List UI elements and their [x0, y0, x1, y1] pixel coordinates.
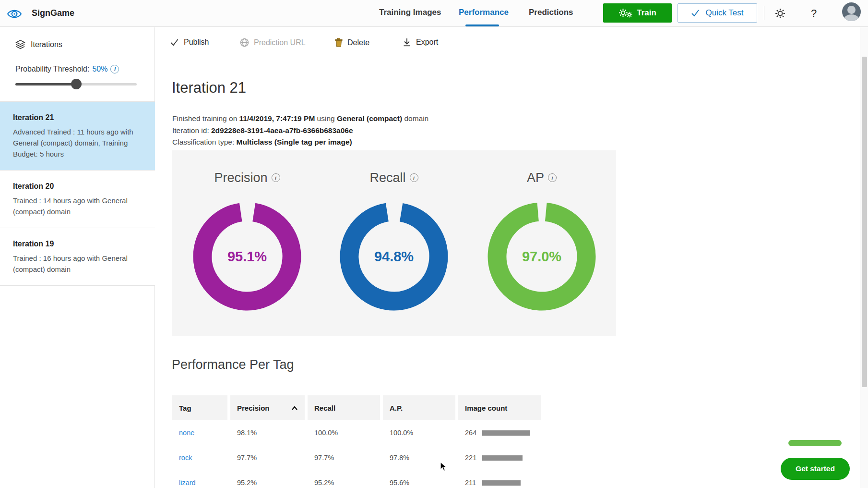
tab-training-images[interactable]: Training Images	[379, 8, 441, 17]
quick-test-label: Quick Test	[705, 8, 743, 18]
recall-cell: 100.0%	[308, 420, 380, 445]
app-logo-eye-icon[interactable]	[7, 8, 22, 20]
recall-donut-chart: Recall i 94.8%	[339, 170, 449, 186]
image-count-value: 221	[465, 454, 478, 462]
table-row: none 98.1% 100.0% 100.0% 264	[172, 420, 541, 445]
iteration-item-21[interactable]: Iteration 21 Advanced Trained : 11 hours…	[0, 101, 155, 170]
quick-test-button[interactable]: Quick Test	[678, 3, 757, 23]
precision-donut-chart: Precision i 95.1%	[192, 170, 302, 186]
train-gears-icon	[618, 8, 632, 18]
prediction-url-button[interactable]: Prediction URL	[240, 38, 306, 47]
recall-info-icon[interactable]: i	[410, 173, 418, 182]
tab-performance[interactable]: Performance	[459, 8, 509, 17]
image-count-bar	[482, 455, 523, 461]
tag-link[interactable]: lizard	[179, 479, 196, 487]
trash-icon	[335, 38, 343, 47]
main-content: Publish Prediction URL Delete	[155, 27, 860, 488]
table-row: lizard 95.2% 95.2% 95.6% 211	[172, 470, 541, 488]
vertical-scrollbar[interactable]	[860, 27, 868, 488]
help-icon[interactable]: ?	[806, 6, 821, 21]
image-count-bar	[482, 480, 521, 486]
active-tab-underline	[465, 24, 499, 26]
threshold-slider[interactable]	[15, 79, 137, 89]
precision-cell: 95.2%	[230, 470, 305, 488]
iterations-list: Iteration 21 Advanced Trained : 11 hours…	[0, 101, 155, 286]
iteration-description: Trained : 14 hours ago with General (com…	[13, 195, 141, 217]
iteration-item-19[interactable]: Iteration 19 Trained : 16 hours ago with…	[0, 228, 155, 286]
iterations-header: Iterations	[15, 39, 62, 49]
image-count-cell: 221	[458, 445, 541, 470]
teaching-progress-pill	[788, 440, 842, 446]
iteration-description: Advanced Trained : 11 hours ago with Gen…	[13, 126, 141, 159]
precision-value: 95.1%	[192, 201, 302, 312]
precision-cell: 98.1%	[230, 420, 305, 445]
recall-value: 94.8%	[339, 201, 449, 312]
column-header-recall[interactable]: Recall	[308, 395, 380, 420]
tag-link[interactable]: none	[179, 429, 194, 437]
column-header-precision[interactable]: Precision	[230, 395, 305, 420]
image-count-cell: 264	[458, 420, 541, 445]
iteration-metadata: Finished training on 11/4/2019, 7:47:19 …	[172, 113, 428, 148]
scrollbar-thumb[interactable]	[862, 57, 867, 387]
table-header-row: Tag Precision Recall A.P. Image count	[172, 395, 541, 420]
train-button-label: Train	[637, 8, 656, 18]
publish-label: Publish	[184, 38, 209, 47]
export-label: Export	[416, 38, 438, 47]
meta-iteration-id: Iteration id: 2d9228e8-3191-4aea-a7fb-63…	[172, 125, 428, 137]
export-button[interactable]: Export	[403, 38, 438, 47]
image-count-value: 211	[465, 479, 478, 487]
ap-label-row: AP i	[487, 170, 597, 186]
precision-cell: 97.7%	[230, 445, 305, 470]
performance-per-tag-title: Performance Per Tag	[172, 357, 294, 372]
threshold-value: 50%	[92, 65, 107, 73]
iterations-label: Iterations	[31, 40, 62, 49]
delete-label: Delete	[347, 38, 369, 47]
metrics-panel: Precision i 95.1% Recall i 94.8% AP i	[172, 150, 616, 336]
column-header-image-count[interactable]: Image count	[458, 395, 541, 420]
threshold-label: Probability Threshold:	[15, 65, 89, 73]
avatar-head	[847, 6, 856, 14]
slider-handle[interactable]	[71, 79, 82, 89]
get-started-button[interactable]: Get started	[781, 458, 850, 480]
publish-button[interactable]: Publish	[170, 38, 209, 47]
metric-label: Recall	[369, 171, 405, 185]
ap-cell: 95.6%	[383, 470, 455, 488]
iteration-title: Iteration 21	[13, 113, 141, 122]
image-count-bar	[482, 430, 530, 436]
iterations-sidebar: Iterations Probability Threshold: 50% i …	[0, 27, 155, 488]
threshold-info-icon[interactable]: i	[110, 65, 119, 73]
table-row: rock 97.7% 97.7% 97.8% 221	[172, 445, 541, 470]
precision-label-row: Precision i	[192, 170, 302, 186]
delete-button[interactable]: Delete	[335, 38, 369, 47]
tab-predictions[interactable]: Predictions	[529, 8, 573, 17]
image-count-cell: 211	[458, 470, 541, 488]
page-title: Iteration 21	[172, 79, 246, 97]
precision-info-icon[interactable]: i	[272, 173, 280, 182]
ap-info-icon[interactable]: i	[548, 173, 557, 182]
recall-cell: 95.2%	[308, 470, 380, 488]
top-bar: SignGame Training Images Performance Pre…	[0, 0, 868, 27]
settings-gear-icon[interactable]	[773, 6, 788, 21]
meta-classification-type: Classification type: Multiclass (Single …	[172, 136, 428, 148]
tag-link[interactable]: rock	[179, 454, 192, 462]
train-button[interactable]: Train	[603, 3, 672, 23]
iteration-item-20[interactable]: Iteration 20 Trained : 14 hours ago with…	[0, 170, 155, 228]
column-header-ap[interactable]: A.P.	[383, 395, 455, 420]
metric-label: AP	[527, 171, 544, 185]
check-icon	[691, 9, 700, 17]
iteration-title: Iteration 19	[13, 240, 141, 248]
globe-icon	[240, 38, 249, 47]
recall-cell: 97.7%	[308, 445, 380, 470]
slider-fill	[15, 83, 76, 85]
probability-threshold: Probability Threshold: 50% i	[15, 65, 119, 73]
table-body: none 98.1% 100.0% 100.0% 264 rock 97.7% …	[172, 420, 541, 488]
ap-cell: 100.0%	[383, 420, 455, 445]
publish-check-icon	[170, 38, 179, 46]
recall-label-row: Recall i	[339, 170, 449, 186]
header-divider	[764, 6, 764, 20]
column-header-tag[interactable]: Tag	[172, 395, 227, 420]
prediction-url-label: Prediction URL	[254, 38, 306, 47]
user-avatar[interactable]	[842, 2, 861, 21]
avatar-shoulders	[844, 14, 859, 21]
metric-label: Precision	[214, 171, 267, 185]
